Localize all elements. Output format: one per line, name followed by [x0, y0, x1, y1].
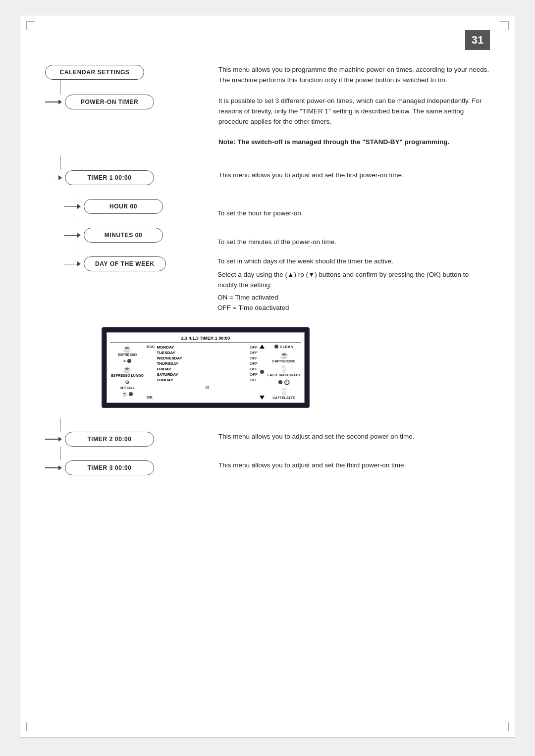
- dayofweek-item: DAY OF THE WEEK: [84, 256, 166, 271]
- page: 31 CALENDAR SETTINGS POWER-ON TIMER This…: [20, 15, 515, 738]
- arrow-timer3: [45, 465, 62, 470]
- desc-timer3: This menu allows you to adjust and set t…: [218, 460, 490, 471]
- nav-down-icon[interactable]: [260, 396, 265, 400]
- minutes-desc: To set the minutes of the power-on time.: [203, 237, 490, 248]
- dayofweek-desc: To set in which days of the week should …: [203, 256, 490, 313]
- desc-dow-on: ON = Time activated: [217, 293, 490, 303]
- desc-timer2: This menu allows you to adjust and set t…: [218, 432, 490, 442]
- desc-power-on-2: It is possible to set 3 different power-…: [218, 96, 490, 127]
- cappuccino-label: CAPPUCCINO: [272, 359, 295, 363]
- screen-body: ☕ ESPRESSO ≡ ☕ ESPRESSO LUNGO: [110, 345, 301, 400]
- calendar-left: CALENDAR SETTINGS POWER-ON TIMER: [45, 65, 204, 109]
- desc-timer1: This menu allows you to adjust and set t…: [218, 170, 490, 181]
- nav-up-icon[interactable]: [260, 345, 265, 349]
- dayofweek-left: DAY OF THE WEEK: [64, 256, 203, 271]
- arrow-hour: [64, 204, 81, 209]
- dot-btn-1: [127, 359, 131, 363]
- timer3-wrap: TIMER 3 00:00: [45, 460, 154, 475]
- corner-tr: [500, 21, 509, 30]
- content-area: CALENDAR SETTINGS POWER-ON TIMER This me…: [45, 65, 490, 475]
- special-label: SPECIAL: [120, 386, 135, 390]
- dot-btn-3: [274, 345, 278, 349]
- screen-esc-ok: ESC OK: [147, 345, 155, 400]
- screen-icon-latte: 🥛 LATTE MACCHIATO: [268, 365, 300, 377]
- screen-icon-special: ⚙ SPECIAL: [120, 379, 135, 390]
- screen-left-icons: ☕ ESPRESSO ≡ ☕ ESPRESSO LUNGO: [110, 345, 145, 400]
- timer1-row: TIMER 1 00:00 This menu allows you to ad…: [45, 170, 490, 199]
- day-tuesday: TUESDAY OFF: [157, 350, 258, 355]
- caffelatte-icon: 🥛: [280, 388, 288, 396]
- calendar-row: CALENDAR SETTINGS POWER-ON TIMER This me…: [45, 65, 490, 148]
- caffelatte-label: CAFFELATTE: [272, 396, 295, 400]
- desc-dow-1: To set in which days of the week should …: [217, 256, 490, 267]
- arrow-timer1: [45, 175, 62, 180]
- screen-icon-espresso-lungo: ☕ ESPRESSO LUNGO: [111, 365, 144, 377]
- desc-dow-2: Select a day using the (▲) ro (▼) button…: [217, 270, 490, 291]
- day-thursday: THURSDAY OFF: [157, 361, 258, 366]
- timer3-left: TIMER 3 00:00: [45, 460, 204, 475]
- cappuccino-icon: ☕: [280, 351, 288, 359]
- timer2-wrap: TIMER 2 00:00: [45, 432, 154, 447]
- screen-bottom-icon: ⊘: [157, 384, 258, 391]
- hour-wrap: HOUR 00: [64, 199, 163, 214]
- timer1-left: TIMER 1 00:00: [45, 170, 204, 199]
- nav-dot: [260, 370, 264, 374]
- esc-label: ESC: [147, 345, 155, 349]
- power-icon: ⏻: [284, 379, 290, 386]
- minutes-left: MINUTES 00: [64, 228, 203, 256]
- timer3-item: TIMER 3 00:00: [65, 460, 154, 475]
- screen-inner: 2.3.4.1.3 TIMER 1 00:00 ☕ ESPRESSO ≡: [107, 332, 305, 403]
- desc-dow-off: OFF = Time deactivated: [217, 303, 490, 313]
- timer1-desc: This menu allows you to adjust and set t…: [204, 170, 490, 181]
- timer2-left: TIMER 2 00:00: [45, 432, 204, 460]
- dot-btn-2: [129, 392, 133, 396]
- arrow-minutes: [64, 233, 81, 238]
- hour-desc: To set the hour for power-on.: [203, 208, 490, 219]
- screen-icon-cappuccino: ☕ CAPPUCCINO: [272, 351, 295, 363]
- screen-title: 2.3.4.1.3 TIMER 1 00:00: [110, 336, 301, 343]
- power-on-timer-item: POWER-ON TIMER: [65, 95, 154, 109]
- power-on-desc: This menu allows you to programme the ma…: [204, 65, 490, 148]
- dayofweek-row: DAY OF THE WEEK To set in which days of …: [64, 256, 490, 313]
- timer1-wrap: TIMER 1 00:00: [45, 170, 154, 185]
- page-number: 31: [465, 30, 490, 50]
- latte-label: LATTE MACCHIATO: [268, 373, 300, 377]
- espresso-lungo-icon: ☕: [123, 365, 131, 373]
- arrow-dayofweek: [64, 261, 81, 266]
- hour-item: HOUR 00: [84, 199, 163, 214]
- timer2-row: TIMER 2 00:00 This menu allows you to ad…: [45, 432, 490, 460]
- dot-btn-4: [278, 380, 282, 384]
- corner-bl: [26, 722, 35, 731]
- special-icon: ⚙: [125, 379, 130, 386]
- espresso-icon: ☕: [123, 345, 131, 353]
- day-wednesday: WEDNESDAY OFF: [157, 355, 258, 361]
- dayofweek-wrap: DAY OF THE WEEK: [64, 256, 166, 271]
- calendar-settings-item: CALENDAR SETTINGS: [45, 65, 144, 80]
- day-sunday: SUNDAY OFF: [157, 377, 258, 383]
- desc-power-on-1: This menu allows you to programme the ma…: [218, 65, 490, 86]
- espresso-label: ESPRESSO: [118, 353, 137, 356]
- espresso-lungo-label: ESPRESSO LUNGO: [111, 374, 144, 377]
- screen-icon-caffelatte: 🥛 CAFFELATTE: [272, 388, 295, 400]
- screen-container: 2.3.4.1.3 TIMER 1 00:00 ☕ ESPRESSO ≡: [83, 322, 490, 408]
- desc-hour: To set the hour for power-on.: [217, 208, 490, 219]
- timer3-desc: This menu allows you to adjust and set t…: [204, 460, 490, 471]
- screen-mockup: 2.3.4.1.3 TIMER 1 00:00 ☕ ESPRESSO ≡: [102, 327, 310, 408]
- desc-power-on-note: Note: The switch-off is managed through …: [218, 137, 490, 148]
- corner-br: [500, 722, 509, 731]
- timer3-row: TIMER 3 00:00 This menu allows you to ad…: [45, 460, 490, 475]
- day-monday: MONDAY OFF: [157, 345, 258, 350]
- screen-icon-espresso: ☕ ESPRESSO: [118, 345, 137, 356]
- minutes-item: MINUTES 00: [84, 228, 163, 243]
- arrow-timer2: [45, 437, 62, 442]
- screen-days: MONDAY OFF TUESDAY OFF WEDNESDAY OFF: [157, 345, 258, 400]
- screen-right-icons: CLEAN ☕ CAPPUCCINO 🥛 LATTE MACCHIATO: [267, 345, 301, 400]
- timer2-desc: This menu allows you to adjust and set t…: [204, 432, 490, 442]
- arrow-power-on: [45, 100, 62, 104]
- timer1-item: TIMER 1 00:00: [65, 170, 154, 185]
- hour-row: HOUR 00 To set the hour for power-on.: [64, 199, 490, 228]
- day-friday: FRIDAY OFF: [157, 366, 258, 372]
- screen-nav: [260, 345, 265, 400]
- day-saturday: SATURDAY OFF: [157, 372, 258, 377]
- power-on-timer-wrap: POWER-ON TIMER: [45, 95, 154, 109]
